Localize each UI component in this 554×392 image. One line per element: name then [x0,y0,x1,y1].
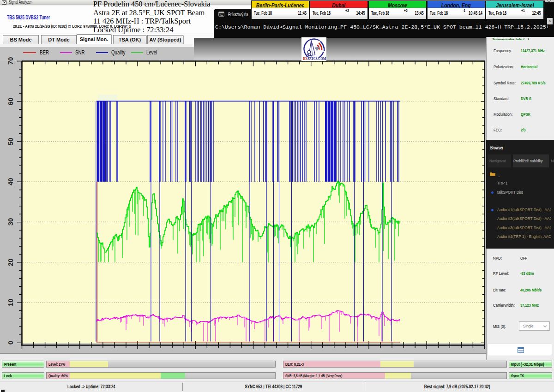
svg-text:10: 10 [6,299,14,307]
svg-text:0: 0 [6,341,14,344]
svg-text:50: 50 [6,138,14,146]
svg-text:20: 20 [6,259,14,267]
svg-text:70: 70 [6,57,14,65]
svg-text:DXSATCS.COM: DXSATCS.COM [303,57,326,61]
svg-text:30: 30 [6,218,14,226]
svg-text:60: 60 [6,98,14,106]
svg-text:40: 40 [6,178,14,186]
